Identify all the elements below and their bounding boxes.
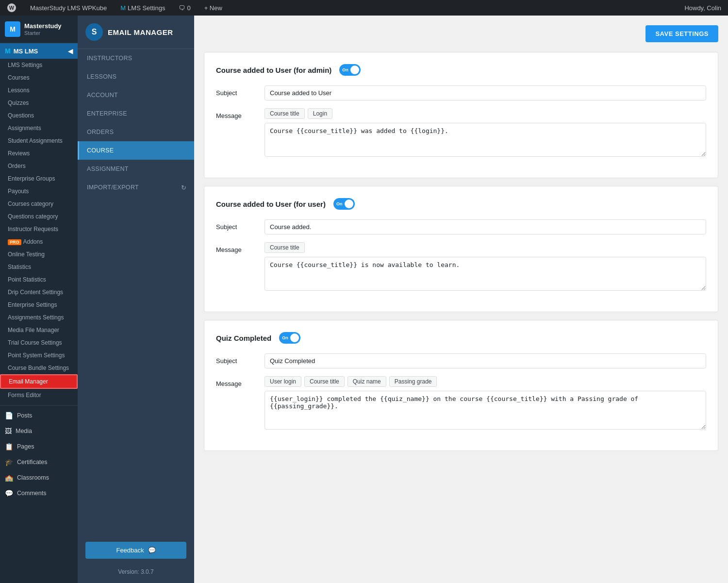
sidebar-item-pages[interactable]: 📋 Pages (0, 439, 78, 454)
section2-toggle[interactable]: On (333, 198, 355, 210)
sidebar-item-trial-course[interactable]: Trial Course Settings (0, 336, 78, 349)
save-settings-button[interactable]: SAVE SETTINGS (645, 25, 718, 42)
sidebar-item-payouts[interactable]: Payouts (0, 185, 78, 198)
howdy-user: Howdy, Colin (681, 0, 724, 16)
nav-assignment[interactable]: ASSIGNMENT (78, 160, 194, 178)
middle-panel-title: EMAIL MANAGER (108, 28, 173, 36)
nav-enterprise[interactable]: ENTERPRISE (78, 104, 194, 123)
sidebar-item-classrooms[interactable]: 🏫 Classrooms (0, 470, 78, 485)
nav-import-export[interactable]: IMPORT/EXPORT ↻ (78, 178, 194, 197)
section1-title: Course added to User (for admin) (216, 66, 331, 74)
section1-tag-0: Course title (265, 108, 305, 119)
section3-title-row: Quiz Completed On (216, 332, 706, 344)
section3-tag-0: User login (265, 376, 301, 387)
section1-on-label: On (342, 67, 348, 72)
nav-orders[interactable]: ORDERS (78, 123, 194, 141)
nav-course[interactable]: COURSE (78, 141, 194, 160)
sidebar-item-drip-content[interactable]: Drip Content Settings (0, 286, 78, 299)
sidebar-item-reviews[interactable]: Reviews (0, 147, 78, 160)
section1-toggle[interactable]: On (339, 64, 361, 76)
sidebar-item-media-file-manager[interactable]: Media File Manager (0, 324, 78, 336)
sidebar-item-course-bundle[interactable]: Course Bundle Settings (0, 362, 78, 374)
sidebar-item-point-system[interactable]: Point System Settings (0, 349, 78, 362)
sidebar-item-enterprise-groups[interactable]: Enterprise Groups (0, 172, 78, 185)
certificates-icon: 🎓 (5, 458, 13, 466)
email-section-2: Course added to User (for user) On Subje… (204, 186, 718, 312)
section3-subject-label: Subject (216, 353, 255, 365)
nav-instructors[interactable]: INSTRUCTORS (78, 49, 194, 67)
sidebar-item-orders[interactable]: Orders (0, 160, 78, 172)
middle-logo: S (85, 23, 103, 41)
sidebar-item-media[interactable]: 🖼 Media (0, 423, 78, 439)
comments-link[interactable]: 🗨 0 (176, 0, 193, 16)
section3-message-label: Message (216, 376, 255, 387)
sidebar-item-addons[interactable]: PROAddons (0, 235, 78, 248)
section2-tag-0: Course title (265, 242, 305, 253)
section2-message-row: Message Course title Course {{course_tit… (216, 242, 706, 292)
section1-subject-row: Subject (216, 85, 706, 100)
comments-icon: 💬 (5, 489, 13, 497)
section3-tag-group: User login Course title Quiz name Passin… (265, 376, 706, 387)
sidebar-item-comments[interactable]: 💬 Comments (0, 485, 78, 501)
section2-message-textarea[interactable]: Course {{course_title}} is now available… (265, 257, 706, 291)
sidebar-item-forms-editor[interactable]: Forms Editor (0, 389, 78, 401)
sidebar-item-student-assignments[interactable]: Student Assignments (0, 134, 78, 147)
brand-name: Masterstudy (24, 22, 62, 30)
sidebar-item-questions[interactable]: Questions (0, 109, 78, 122)
sidebar-item-statistics[interactable]: Statistics (0, 261, 78, 273)
brand-sub: Starter (24, 30, 62, 36)
sidebar-item-posts[interactable]: 📄 Posts (0, 408, 78, 423)
sidebar-item-courses-category[interactable]: Courses category (0, 198, 78, 210)
section3-subject-input[interactable] (265, 353, 706, 368)
ms-lms-header[interactable]: M MS LMS ◀ (0, 43, 78, 59)
sidebar-brand: M Masterstudy Starter (0, 16, 78, 43)
wp-logo[interactable]: W (4, 0, 19, 16)
section1-message-row: Message Course title Login Course {{cour… (216, 108, 706, 158)
section1-title-row: Course added to User (for admin) On (216, 64, 706, 76)
sidebar-item-email-manager[interactable]: Email Manager (0, 374, 78, 389)
section3-tag-1: Course title (304, 376, 345, 387)
sidebar-item-lessons[interactable]: Lessons (0, 84, 78, 97)
sidebar-lms-menu: LMS Settings Courses Lessons Quizzes Que… (0, 59, 78, 401)
classrooms-icon: 🏫 (5, 474, 13, 482)
section3-on-label: On (282, 335, 288, 340)
sidebar-item-online-testing[interactable]: Online Testing (0, 248, 78, 261)
sidebar-item-assignments[interactable]: Assignments (0, 122, 78, 134)
section2-subject-content (265, 219, 706, 234)
sidebar-item-questions-category[interactable]: Questions category (0, 210, 78, 223)
nav-lessons[interactable]: LESSONS (78, 67, 194, 86)
section1-message-textarea[interactable]: Course {{course_title}} was added to {{l… (265, 123, 706, 157)
email-section-1: Course added to User (for admin) On Subj… (204, 52, 718, 178)
sidebar-item-quizzes[interactable]: Quizzes (0, 97, 78, 109)
sidebar-item-courses[interactable]: Courses (0, 71, 78, 84)
section3-subject-row: Subject (216, 353, 706, 368)
sidebar-item-certificates[interactable]: 🎓 Certificates (0, 454, 78, 470)
section2-subject-input[interactable] (265, 219, 706, 234)
section3-title: Quiz Completed (216, 334, 271, 342)
section2-message-content: Course title Course {{course_title}} is … (265, 242, 706, 292)
section2-subject-label: Subject (216, 219, 255, 231)
section3-message-textarea[interactable]: {{user_login}} completed the {{quiz_name… (265, 391, 706, 430)
feedback-button[interactable]: Feedback 💬 (85, 542, 186, 559)
new-content-link[interactable]: + New (201, 0, 225, 16)
pages-icon: 📋 (5, 443, 13, 450)
section3-toggle[interactable]: On (279, 332, 300, 344)
sidebar-item-lms-settings[interactable]: LMS Settings (0, 59, 78, 71)
section1-subject-content (265, 85, 706, 100)
media-icon: 🖼 (5, 427, 12, 435)
svg-text:W: W (9, 5, 15, 11)
lms-settings-link[interactable]: M LMS Settings (117, 0, 168, 16)
nav-account[interactable]: ACCOUNT (78, 86, 194, 104)
sidebar-item-point-statistics[interactable]: Point Statistics (0, 273, 78, 286)
posts-icon: 📄 (5, 412, 13, 419)
section2-message-label: Message (216, 242, 255, 253)
section2-tag-group: Course title (265, 242, 706, 253)
ms-lms-arrow: ◀ (68, 48, 73, 55)
section1-message-content: Course title Login Course {{course_title… (265, 108, 706, 158)
sidebar-item-instructor-requests[interactable]: Instructor Requests (0, 223, 78, 235)
admin-bar: W MasterStudy LMS WPKube M LMS Settings … (0, 0, 728, 16)
site-name[interactable]: MasterStudy LMS WPKube (27, 0, 110, 16)
sidebar-item-enterprise-settings[interactable]: Enterprise Settings (0, 299, 78, 311)
sidebar-item-assignments-settings[interactable]: Assignments Settings (0, 311, 78, 324)
section1-subject-input[interactable] (265, 85, 706, 100)
